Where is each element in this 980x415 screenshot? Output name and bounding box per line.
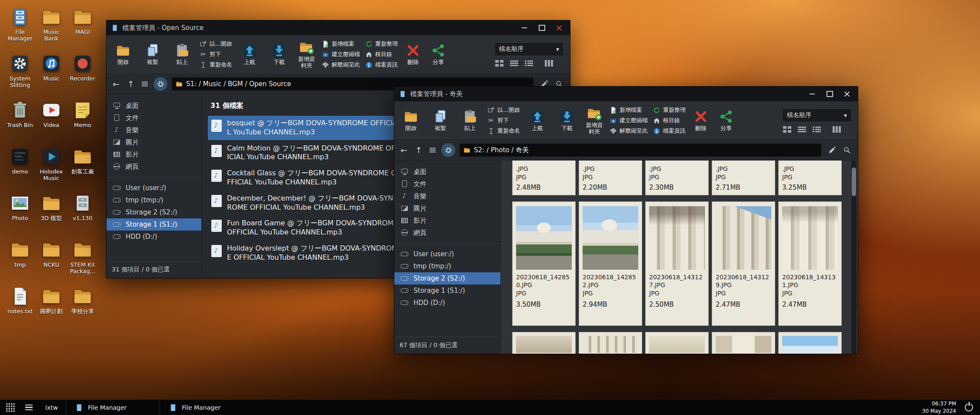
create-archive-button[interactable]: 建立壓縮檔	[610, 116, 648, 125]
photo-cell[interactable]: .JPG JPG 2.71MB	[712, 161, 775, 195]
photo-cell[interactable]: 20230618_143131.JPG JPG 2.47MB	[778, 201, 842, 326]
desktop-icon-3d-models[interactable]: 3D 模型	[36, 191, 67, 238]
photo-cell[interactable]: 20230618_143129.JPG JPG 2.47MB	[712, 201, 775, 326]
sidebar-device-item[interactable]: Storage 1 (S1:/)	[107, 218, 201, 231]
desktop-icon-recorder[interactable]: Recorder	[67, 52, 98, 98]
desktop-icon-demo[interactable]: demo	[4, 145, 36, 191]
file-info-button[interactable]: 檔案資訊	[365, 60, 398, 70]
copy-button[interactable]: 複製	[428, 109, 453, 132]
minimize-button[interactable]	[518, 23, 531, 33]
desktop-icon-file-manager[interactable]: File Manager	[4, 5, 36, 52]
download-button[interactable]: 下載	[555, 109, 579, 132]
power-icon[interactable]	[965, 403, 973, 412]
desktop-icon-notes-txt[interactable]: notes.txt	[4, 284, 36, 331]
sidebar-place-item[interactable]: 文件	[107, 112, 201, 124]
view-list-button[interactable]	[510, 60, 518, 67]
desktop-icon-tmp[interactable]: tmp	[4, 238, 36, 284]
sidebar-place-item[interactable]: 網頁	[394, 227, 500, 239]
up-button[interactable]: ↑	[126, 79, 136, 89]
maximize-button[interactable]	[823, 89, 836, 99]
cut-button[interactable]: ✂剪下	[200, 50, 232, 59]
menu-icon[interactable]	[428, 146, 437, 154]
desktop-icon-dream-plan[interactable]: 圓夢計劃	[36, 284, 67, 331]
maximize-button[interactable]	[535, 23, 548, 33]
view-details-button[interactable]	[525, 60, 533, 67]
delete-button[interactable]: 刪除	[691, 109, 711, 132]
open-button[interactable]: 開啟	[399, 109, 423, 132]
view-grid-button[interactable]	[495, 60, 503, 67]
paste-button[interactable]: 貼上	[458, 109, 482, 132]
desktop-icon-music-bank[interactable]: Music Bank	[36, 5, 67, 52]
download-button[interactable]: 下載	[267, 43, 291, 66]
desktop-icon-ncku[interactable]: NCKU	[36, 238, 67, 284]
cut-button[interactable]: ✂剪下	[487, 116, 520, 125]
sidebar-place-item[interactable]: 音樂	[107, 124, 201, 136]
share-button[interactable]: 分享	[428, 43, 448, 66]
file-row[interactable]: Calm Motion @ フリーBGM DOVA-SYNDROME OFFIC…	[208, 141, 414, 165]
upload-button[interactable]: 上載	[525, 109, 550, 132]
photo-cell[interactable]: 20230618_143127.JPG JPG 2.50MB	[645, 201, 709, 326]
photo-cell[interactable]: .JPG JPG 2.20MB	[579, 161, 642, 195]
desktop-icon-system-slitting[interactable]: System Slitting	[4, 52, 36, 98]
desktop-icon-holodex-music[interactable]: Holodex Music	[36, 145, 67, 191]
view-columns-button[interactable]	[833, 126, 841, 133]
paste-button[interactable]: 貼上	[170, 43, 194, 66]
desktop-icon-photo[interactable]: Photo	[4, 191, 36, 238]
photo-cell[interactable]	[778, 332, 842, 354]
scrollbar[interactable]	[851, 161, 857, 354]
close-button[interactable]: ×	[553, 23, 566, 33]
sidebar-place-item[interactable]: 影片	[394, 214, 500, 227]
menu-icon[interactable]	[140, 80, 149, 88]
file-row[interactable]: Cocktail Glass @ フリーBGM DOVA-SYNDROME OF…	[208, 166, 414, 190]
sidebar-place-item[interactable]: 文件	[394, 178, 500, 190]
photo-cell[interactable]	[712, 332, 775, 354]
scrollbar-thumb[interactable]	[852, 167, 856, 196]
view-columns-button[interactable]	[545, 60, 553, 67]
edit-path-icon[interactable]	[828, 146, 836, 154]
rename-button[interactable]: 重新命名	[487, 127, 520, 136]
photo-cell[interactable]: .JPG JPG 2.48MB	[512, 161, 576, 195]
desktop-icon-v1130[interactable]: v1.130	[67, 191, 98, 238]
taskbar-task-file-manager-2[interactable]: File Manager	[160, 400, 253, 415]
desktop-icon-maker-factory[interactable]: 創客工廠	[67, 145, 98, 191]
titlebar[interactable]: 檔案管理員 - 奇美 ×	[394, 87, 858, 101]
desktop-icon-trash-bin[interactable]: Trash Bin	[4, 98, 36, 145]
view-details-button[interactable]	[813, 126, 821, 133]
new-folder-button[interactable]: 新增資料夾	[584, 106, 604, 135]
photo-cell[interactable]: 20230618_142852.JPG JPG 2.94MB	[579, 201, 642, 326]
view-list-button[interactable]	[798, 126, 806, 133]
back-button[interactable]: ←	[111, 79, 121, 89]
sidebar-device-item[interactable]: tmp (tmp:/)	[394, 260, 500, 272]
photo-cell[interactable]: .JPG JPG 2.30MB	[645, 161, 709, 195]
photo-cell[interactable]	[512, 332, 576, 354]
sidebar-place-item[interactable]: 音樂	[394, 190, 500, 202]
desktop-icon-stem-kit[interactable]: STEM Kit Packag...	[67, 238, 98, 284]
sidebar-device-item[interactable]: tmp (tmp:/)	[107, 194, 201, 206]
sidebar-device-item[interactable]: HDD (D:/)	[107, 231, 201, 243]
minimize-button[interactable]	[806, 89, 819, 99]
refresh-button[interactable]: 重新整理	[365, 40, 398, 49]
sort-order-dropdown[interactable]: 檔名順序▾	[494, 42, 564, 56]
desktop-icon-videa[interactable]: Videa	[36, 98, 67, 145]
file-row[interactable]: December, December! @ フリーBGM DOVA-SYNDRO…	[208, 191, 414, 215]
open-button[interactable]: 開啟	[111, 43, 135, 66]
open-with-button[interactable]: 以...開啟	[200, 40, 232, 49]
window-list-button[interactable]	[20, 400, 37, 415]
desktop-icon-school-share[interactable]: 學校分享	[67, 284, 98, 331]
extract-here-button[interactable]: 解壓縮至此	[322, 60, 360, 70]
app-menu-button[interactable]	[0, 400, 20, 415]
photo-cell[interactable]	[579, 332, 642, 354]
create-archive-button[interactable]: 建立壓縮檔	[322, 50, 360, 59]
sidebar-place-item[interactable]: 圖片	[394, 202, 500, 214]
sidebar-place-item[interactable]: 網頁	[107, 161, 201, 173]
root-dir-button[interactable]: 根目錄	[653, 116, 686, 125]
rename-button[interactable]: 重新命名	[200, 60, 232, 70]
close-button[interactable]: ×	[840, 89, 853, 99]
desktop-icon-memo[interactable]: Memo	[67, 98, 98, 145]
clock[interactable]: 06:37 PM 30 May 2024	[922, 400, 956, 414]
root-dir-button[interactable]: 根目錄	[365, 50, 398, 59]
delete-button[interactable]: 刪除	[403, 43, 423, 66]
titlebar[interactable]: 檔案管理員 - Open Source ×	[107, 20, 570, 35]
copy-button[interactable]: 複製	[140, 43, 165, 66]
sidebar-device-item[interactable]: User (user:/)	[107, 182, 201, 194]
